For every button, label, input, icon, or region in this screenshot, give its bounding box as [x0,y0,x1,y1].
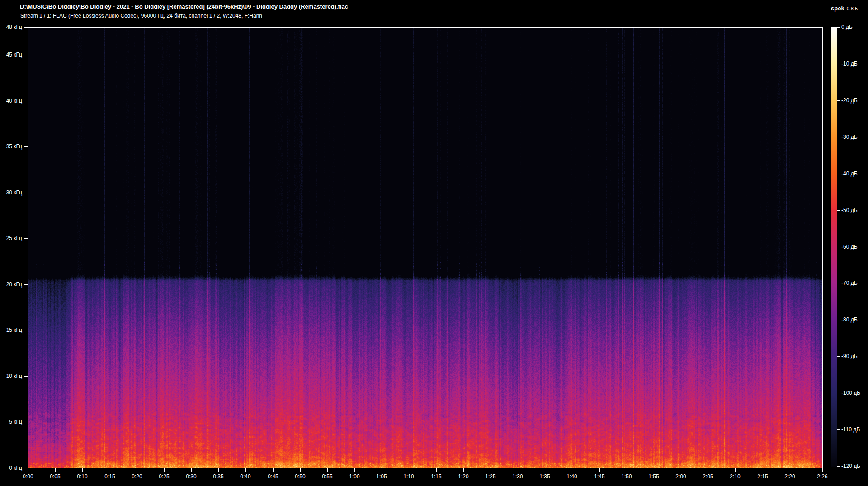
time-tick [627,468,627,472]
freq-tick-label: 25 кГц [0,235,22,241]
freq-tick [24,468,28,468]
app-version: 0.8.5 [847,6,858,11]
freq-tick-label: 10 кГц [0,373,22,379]
db-tick-label: -30 дБ [841,134,858,140]
time-tick-label: 2:15 [749,473,776,480]
time-tick [409,468,409,472]
db-tick [837,64,840,64]
time-tick [354,468,355,472]
time-tick-label: 2:05 [694,473,722,480]
time-tick-label: 0:20 [123,473,151,480]
db-tick [837,466,840,467]
time-tick-label: 1:00 [341,473,368,480]
time-tick-label: 0:15 [96,473,123,480]
db-tick-label: -40 дБ [841,170,858,177]
time-tick-label: 0:05 [42,473,69,480]
time-tick [273,468,274,472]
app-brand: spek0.8.5 [831,4,858,12]
db-tick-label: -20 дБ [841,97,858,104]
db-tick [837,27,840,28]
freq-tick [24,238,28,239]
freq-tick [24,330,28,330]
freq-tick [24,284,28,285]
time-tick [327,468,328,472]
time-tick [545,468,545,472]
time-tick-label: 2:00 [667,473,694,480]
db-tick [837,429,840,430]
time-tick-label: 1:55 [640,473,667,480]
time-tick [463,468,464,472]
time-tick [218,468,219,472]
time-tick [245,468,246,472]
freq-tick-label: 20 кГц [0,281,22,288]
freq-tick [24,422,28,422]
time-tick-label: 1:05 [368,473,395,480]
db-tick-label: -50 дБ [841,207,858,213]
time-tick [110,468,110,472]
freq-tick-label: 48 кГц [0,24,22,30]
db-tick-label: -100 дБ [841,390,860,396]
db-tick [837,247,840,247]
time-tick [572,468,572,472]
time-tick-label: 0:30 [178,473,205,480]
db-colorbar [831,27,837,467]
time-tick [681,468,681,472]
db-tick-label: 0 дБ [841,24,853,30]
db-tick-label: -110 дБ [841,426,860,433]
time-tick [790,468,790,472]
time-tick [137,468,137,472]
time-tick [436,468,437,472]
time-tick [518,468,518,472]
freq-tick [24,146,28,147]
time-tick-label: 1:20 [450,473,477,480]
db-tick [837,210,840,211]
time-tick [599,468,600,472]
db-tick-label: -70 дБ [841,280,858,286]
time-tick-label: 0:00 [14,473,42,480]
time-tick [55,468,56,472]
freq-tick-label: 40 кГц [0,98,22,104]
time-tick-label: 1:35 [531,473,558,480]
time-tick [191,468,192,472]
time-tick-label: 0:25 [151,473,178,480]
app-name: spek [831,5,844,12]
time-tick [763,468,763,472]
db-tick-label: -90 дБ [841,353,858,359]
time-tick-label: 1:45 [586,473,613,480]
time-tick [82,468,83,472]
time-tick [164,468,165,472]
freq-tick-label: 15 кГц [0,327,22,333]
db-tick-label: -80 дБ [841,316,858,323]
time-tick-label: 2:10 [722,473,749,480]
file-path-title: D:\MUSIC\Bo Diddley\Bo Diddley - 2021 - … [20,3,348,10]
time-tick-label: 0:40 [232,473,259,480]
freq-tick [24,55,28,55]
time-tick-label: 2:20 [776,473,803,480]
time-tick [28,468,28,472]
time-tick [822,468,823,472]
time-tick [708,468,708,472]
time-tick-label: 2:26 [809,473,836,480]
freq-tick [24,193,28,193]
freq-tick-label: 5 кГц [0,419,22,425]
freq-tick-label: 45 кГц [0,52,22,58]
time-tick-label: 1:40 [558,473,585,480]
db-tick [837,100,840,101]
time-tick-label: 0:45 [259,473,287,480]
time-tick-label: 0:10 [69,473,96,480]
time-tick-label: 1:25 [477,473,504,480]
time-tick [491,468,491,472]
time-tick [654,468,654,472]
freq-tick-label: 35 кГц [0,143,22,150]
time-tick [735,468,736,472]
stream-info: Stream 1 / 1: FLAC (Free Lossless Audio … [20,13,262,19]
db-tick [837,393,840,393]
time-tick [382,468,382,472]
freq-tick-label: 30 кГц [0,189,22,196]
db-tick [837,137,840,137]
time-tick-label: 0:55 [314,473,341,480]
time-tick-label: 0:35 [205,473,232,480]
freq-tick [24,27,28,28]
time-tick-label: 0:50 [287,473,314,480]
db-tick [837,283,840,283]
